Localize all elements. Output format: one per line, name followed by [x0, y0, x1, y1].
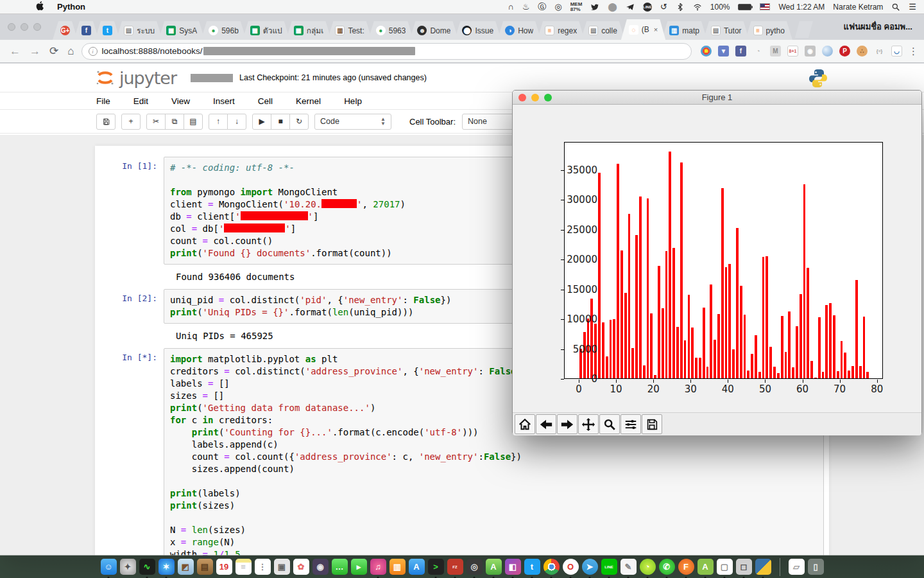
dock-facetime-icon[interactable]: ▸	[351, 559, 367, 575]
twitter-status-icon[interactable]	[590, 3, 599, 12]
dock-finder-icon[interactable]: ☺	[101, 559, 117, 575]
dock-wheel-app-icon[interactable]: ◎	[466, 559, 483, 575]
browser-tab[interactable]: ▥Test:	[327, 21, 372, 40]
dock-libreoffice-icon[interactable]: ▢	[717, 559, 733, 575]
browser-tab[interactable]: f	[74, 21, 99, 40]
beverage-icon[interactable]: ♨	[522, 2, 530, 12]
browser-tab[interactable]: ☻Dome	[409, 21, 458, 40]
browser-tab[interactable]: ⬤Issue	[454, 21, 501, 40]
dock-android-icon[interactable]: A	[697, 559, 714, 575]
battery-percent[interactable]: 100%	[710, 3, 730, 12]
bell-extension-icon[interactable]: ◔	[753, 46, 764, 57]
dock-lime-icon[interactable]: ◔	[640, 559, 656, 575]
zoom-button[interactable]	[599, 414, 620, 434]
dock-photos-icon[interactable]: ✿	[293, 559, 309, 575]
figure-titlebar[interactable]: Figure 1	[513, 91, 921, 105]
dock-screenshot-app-icon[interactable]: ◻	[736, 559, 752, 575]
dock-messages-icon[interactable]: …	[332, 559, 348, 575]
dock-ibooks-icon[interactable]: ▥	[389, 559, 406, 575]
save-button[interactable]	[96, 114, 116, 130]
memory-status[interactable]: MEM87%	[570, 2, 583, 12]
dock-launchpad-icon[interactable]: ✦	[120, 559, 136, 575]
cookie-extension-icon[interactable]: ∴	[857, 46, 868, 57]
url-field[interactable]: i localhost:8888/notebooks/	[81, 43, 692, 60]
menu-view[interactable]: View	[171, 96, 190, 106]
dock-chrome-icon[interactable]	[543, 559, 560, 575]
jupyter-logo-text[interactable]: jupyter	[119, 68, 176, 88]
menu-help[interactable]: Help	[344, 96, 362, 106]
dock-whatsapp-icon[interactable]: ✆	[659, 559, 675, 575]
dock-line-icon[interactable]: LINE	[601, 559, 617, 575]
dock-photo-booth-icon[interactable]: ◉	[312, 559, 329, 575]
pocket-extension-icon[interactable]: ◡	[891, 46, 902, 57]
browser-tab[interactable]: ▦SysA	[158, 21, 205, 40]
menu-cell[interactable]: Cell	[258, 96, 273, 106]
dock-filezilla-icon[interactable]: FZ	[447, 559, 463, 575]
paste-cell-button[interactable]: ▤	[184, 114, 203, 130]
dock-trash-icon[interactable]: ▯	[808, 559, 824, 575]
menubar-clock[interactable]: Wed 1:22 AM	[778, 3, 825, 12]
dock-safari-icon[interactable]: ✶	[158, 559, 175, 575]
menu-insert[interactable]: Insert	[213, 96, 235, 106]
dock-reminders-icon[interactable]: ⋮	[255, 559, 271, 575]
dock-print-center-icon[interactable]: ▣	[274, 559, 290, 575]
close-figure-button[interactable]	[518, 94, 526, 101]
globe-extension-icon[interactable]	[822, 46, 833, 57]
new-tab-button[interactable]	[795, 21, 813, 38]
dock-fotor-icon[interactable]: ◧	[505, 559, 521, 575]
forward-button[interactable]: →	[30, 45, 40, 58]
location-pin-icon[interactable]: ⬤	[608, 2, 617, 12]
telegram-status-icon[interactable]	[626, 3, 635, 12]
g-service-icon[interactable]: Ⓖ	[538, 1, 546, 13]
dock-preview-icon[interactable]: ◩	[178, 559, 194, 575]
browser-menu-icon[interactable]: ⋮	[909, 46, 919, 57]
dock-twitter-icon[interactable]: t	[524, 559, 540, 575]
dock-documents-stack-icon[interactable]: ▱	[789, 559, 805, 575]
cell-type-select[interactable]: Code▲▼	[314, 114, 391, 130]
zoom-window-button[interactable]	[33, 23, 41, 31]
dock-app-store-icon[interactable]: A	[409, 559, 425, 575]
camera-extension-icon[interactable]: ◉	[805, 46, 816, 57]
dock-firefox-icon[interactable]: F	[678, 559, 694, 575]
dock-itunes-icon[interactable]: ♫	[370, 559, 386, 575]
apple-menu-icon[interactable]	[35, 1, 44, 13]
configure-subplots-button[interactable]	[620, 414, 641, 434]
browser-tab[interactable]: ●596b	[201, 21, 246, 40]
tab-close-icon[interactable]: ×	[654, 26, 658, 33]
stop-kernel-button[interactable]: ■	[271, 114, 290, 130]
dock-telegram-icon[interactable]: ➤	[582, 559, 598, 575]
site-info-icon[interactable]: i	[89, 47, 98, 56]
move-up-button[interactable]: ↑	[209, 114, 228, 130]
back-button[interactable]: ←	[10, 45, 21, 58]
add-cell-button[interactable]: +	[121, 114, 141, 130]
close-window-button[interactable]	[8, 23, 15, 31]
active-app-name[interactable]: Python	[57, 2, 85, 12]
home-button[interactable]: ⌂	[67, 45, 74, 58]
browser-tab[interactable]: ≡pytho	[746, 21, 792, 40]
reload-button[interactable]: ⟳	[49, 44, 58, 58]
run-cell-button[interactable]: ▶	[252, 114, 271, 130]
bookmark-extension-icon[interactable]: ▼	[718, 46, 729, 57]
browser-tab[interactable]: ▤Tutor	[703, 21, 749, 40]
us-flag-icon[interactable]	[760, 3, 770, 10]
battery-icon[interactable]	[738, 4, 751, 10]
dock-quiver-icon[interactable]: ✎	[620, 559, 637, 575]
dock-calendar-icon[interactable]: 19	[216, 559, 232, 575]
wifi-icon[interactable]	[693, 3, 702, 12]
window-controls[interactable]	[8, 23, 41, 31]
menubar-user[interactable]: Narate Ketram	[833, 3, 883, 12]
save-figure-button[interactable]	[642, 414, 662, 434]
menu-edit[interactable]: Edit	[133, 96, 148, 106]
plus-one-extension-icon[interactable]: 8+1	[787, 46, 798, 57]
facebook-extension-icon[interactable]: f	[735, 46, 746, 57]
notebook-title-redacted[interactable]	[191, 74, 233, 82]
gmail-extension-icon[interactable]: M	[770, 46, 781, 57]
browser-tab[interactable]: G+	[53, 21, 78, 40]
move-down-button[interactable]: ↓	[227, 114, 246, 130]
browser-tab[interactable]: ▥matp	[662, 21, 707, 40]
line-status-icon[interactable]: LINE	[643, 3, 652, 12]
zoom-figure-button[interactable]	[544, 94, 552, 101]
browser-tab-active[interactable]: ◌(B×	[621, 19, 665, 40]
browser-tab[interactable]: ≡regex	[537, 21, 585, 40]
spotlight-icon[interactable]	[891, 3, 900, 12]
